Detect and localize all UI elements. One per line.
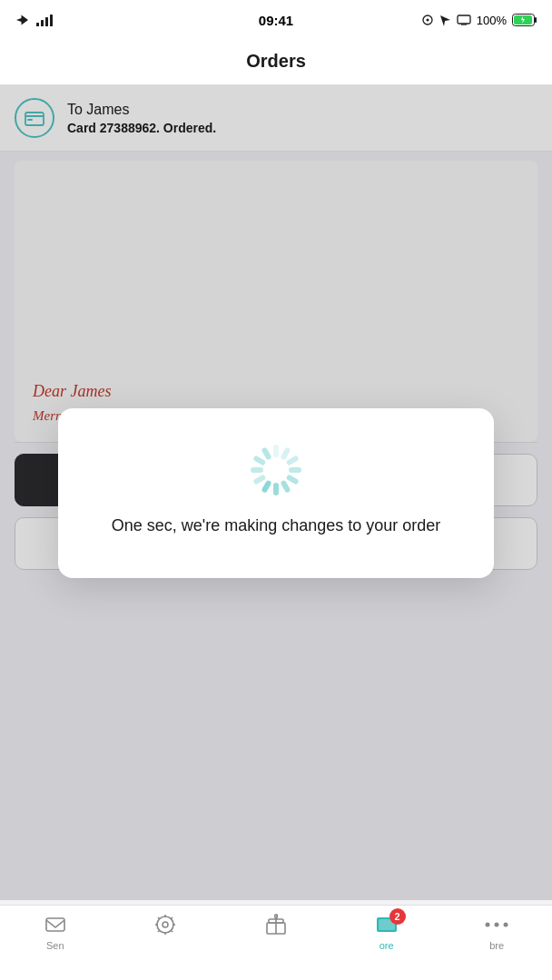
- svg-rect-13: [46, 918, 64, 931]
- tab-more-label: bre: [489, 940, 504, 951]
- loading-message: One sec, we're making changes to your or…: [112, 514, 441, 538]
- location-icon: [421, 14, 434, 26]
- tab-bar: Sen: [0, 905, 552, 980]
- svg-rect-1: [41, 20, 44, 26]
- tab-more-icon: [485, 913, 508, 936]
- loading-spinner: [251, 445, 301, 495]
- main-content: To James Card 27388962. Ordered. Dear Ja…: [0, 85, 552, 900]
- page-title: Orders: [0, 51, 552, 72]
- tab-cards-icon: 2: [375, 913, 399, 936]
- tab-send-icon: [44, 913, 67, 936]
- tab-send-label: Sen: [46, 940, 64, 951]
- tab-cards[interactable]: 2 ore: [331, 913, 442, 951]
- svg-rect-2: [45, 17, 48, 26]
- svg-point-5: [426, 19, 429, 22]
- svg-point-25: [486, 923, 490, 927]
- status-bar: 09:41 100%: [0, 0, 552, 40]
- battery-percent: 100%: [477, 14, 507, 27]
- loading-modal-overlay: One sec, we're making changes to your or…: [0, 85, 552, 900]
- svg-rect-3: [50, 15, 53, 26]
- cards-badge: 2: [389, 908, 406, 925]
- svg-point-26: [495, 923, 499, 927]
- status-time: 09:41: [259, 13, 293, 28]
- tab-magic-icon: [153, 913, 177, 936]
- tab-gift-icon: [264, 913, 288, 936]
- screen-icon: [457, 15, 471, 25]
- page-header: Orders: [0, 40, 552, 85]
- svg-rect-6: [458, 15, 470, 24]
- svg-point-27: [504, 923, 508, 927]
- tab-magic[interactable]: [111, 913, 222, 940]
- battery-icon: [512, 14, 537, 26]
- tab-gift[interactable]: [221, 913, 331, 940]
- tab-more[interactable]: bre: [441, 913, 552, 951]
- loading-modal: One sec, we're making changes to your or…: [58, 408, 494, 578]
- airplane-icon: [15, 14, 31, 26]
- tab-send[interactable]: Sen: [0, 913, 111, 951]
- tab-cards-label: ore: [380, 940, 394, 951]
- signal-icon: [36, 15, 53, 26]
- navigation-icon: [439, 15, 451, 26]
- status-right: 100%: [421, 14, 537, 27]
- status-left: [15, 14, 53, 26]
- svg-rect-0: [36, 23, 39, 26]
- svg-rect-10: [535, 17, 537, 23]
- svg-point-15: [163, 922, 168, 927]
